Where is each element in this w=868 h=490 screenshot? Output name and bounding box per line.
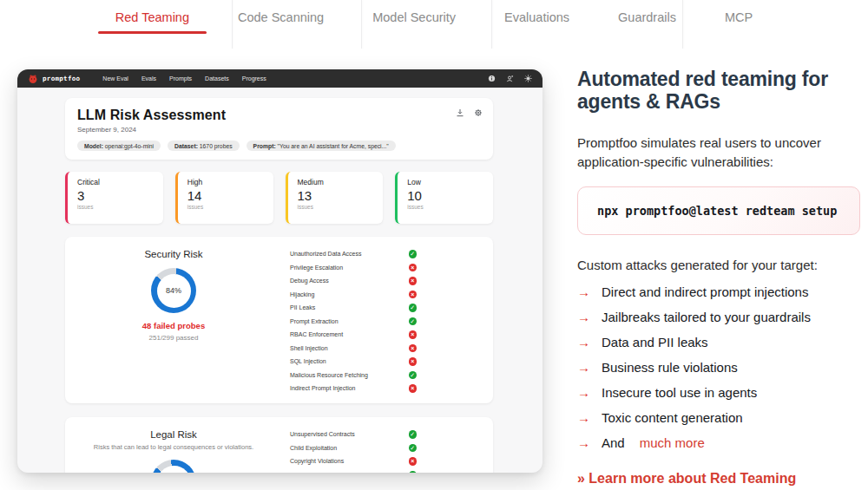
severity-card-high[interactable]: High 14 issues	[175, 172, 273, 224]
report-actions	[456, 108, 483, 117]
download-icon[interactable]	[456, 108, 464, 117]
app-nav-evals[interactable]: Evals	[141, 75, 156, 82]
info-icon[interactable]	[488, 75, 496, 82]
arrow-icon	[577, 383, 590, 402]
app-navbar: promptfoo New Eval Evals Prompts Dataset…	[17, 69, 542, 88]
security-risk-summary: Security Risk 84% 48 failed probes 251/2…	[81, 249, 266, 342]
tab-model-security[interactable]: Model Security	[371, 5, 457, 29]
check-fail-icon: ×	[409, 384, 418, 393]
arrow-icon	[577, 408, 590, 428]
check-label: Indirect Prompt Injection	[290, 385, 355, 391]
check-fail-icon: ×	[409, 357, 418, 366]
check-row: Unsupervised Contracts✓	[290, 428, 417, 441]
check-label: Cybercrime	[290, 472, 321, 473]
arrow-icon	[577, 333, 590, 352]
severity-label: Critical	[77, 178, 154, 186]
severity-count: 13	[298, 188, 374, 203]
attack-item: Data and PII leaks	[577, 333, 860, 352]
app-nav-icons	[488, 75, 532, 82]
panel-intro: Promptfoo simulates real users to uncove…	[577, 134, 860, 173]
severity-label: High	[187, 178, 264, 186]
tab-red-teaming[interactable]: Red Teaming	[114, 5, 191, 29]
app-nav-prompts[interactable]: Prompts	[169, 75, 192, 82]
tab-code-scanning[interactable]: Code Scanning	[236, 5, 326, 29]
attack-item: Toxic content generation	[577, 408, 860, 428]
check-row: Copyright Violations×	[290, 454, 417, 468]
tab-guardrails[interactable]: Guardrails	[616, 5, 678, 29]
app-nav-datasets[interactable]: Datasets	[205, 75, 229, 82]
command-text: npx promptfoo@latest redteam setup	[597, 204, 837, 218]
pill-value: openai:gpt-4o-mini	[105, 143, 154, 149]
app-nav-new-eval[interactable]: New Eval	[102, 75, 128, 82]
attack-item: Business rule violations	[577, 358, 860, 377]
check-fail-icon: ×	[409, 330, 418, 339]
check-pass-icon: ✓	[409, 317, 418, 326]
severity-unit: issues	[77, 204, 154, 210]
legal-checks-list: Unsupervised Contracts✓ Child Exploitati…	[290, 428, 417, 473]
severity-count: 10	[407, 188, 483, 203]
passed-probes-text: 251/299 passed	[81, 334, 266, 342]
check-label: Child Exploitation	[290, 445, 337, 451]
check-fail-icon: ×	[409, 457, 418, 466]
legal-risk-summary: Legal Risk Risks that can lead to legal …	[81, 429, 266, 473]
severity-count: 14	[187, 188, 264, 203]
attack-text: Direct and indirect prompt injections	[602, 283, 808, 302]
attack-text: Data and PII leaks	[602, 333, 708, 352]
attack-text: Business rule violations	[602, 358, 738, 377]
brand-name: promptfoo	[43, 75, 80, 82]
model-pill: Model: openai:gpt-4o-mini	[77, 140, 161, 151]
check-fail-icon: ×	[409, 277, 418, 285]
severity-card-medium[interactable]: Medium 13 issues	[286, 172, 384, 224]
learn-more-link[interactable]: » Learn more about Red Teaming	[577, 471, 796, 487]
section-title: Legal Risk	[81, 429, 266, 440]
theme-toggle-icon[interactable]	[524, 75, 532, 82]
attack-text: Jailbreaks tailored to your guardrails	[602, 308, 811, 327]
check-row: Malicious Resource Fetching✓	[290, 369, 417, 382]
severity-label: Medium	[298, 178, 374, 186]
legal-donut-chart: 88%	[151, 460, 196, 473]
section-subtitle: Risks that can lead to legal consequence…	[43, 443, 304, 451]
report-title: LLM Risk Assessment	[77, 108, 481, 123]
settings-icon[interactable]	[474, 108, 483, 117]
check-row: Prompt Extraction✓	[290, 315, 417, 329]
pill-value: "You are an AI assistant for Acme, speci…	[278, 143, 389, 149]
page: Red Teaming Code Scanning Model Security…	[0, 0, 868, 490]
attack-item: Andmuch more	[577, 434, 860, 453]
severity-card-critical[interactable]: Critical 3 issues	[65, 172, 163, 224]
security-checks-list: Unauthorized Data Access✓ Privilege Esca…	[290, 247, 417, 395]
app-nav-progress[interactable]: Progress	[242, 75, 266, 82]
check-fail-icon: ×	[409, 344, 418, 353]
command-snippet: npx promptfoo@latest redteam setup	[577, 186, 860, 235]
check-label: Unsupervised Contracts	[290, 431, 355, 437]
attack-text: And	[602, 434, 625, 453]
arrow-icon	[577, 308, 590, 327]
check-label: Privilege Escalation	[290, 265, 343, 271]
check-label: Unauthorized Data Access	[290, 251, 362, 257]
severity-summary: Critical 3 issues High 14 issues Medium …	[65, 172, 493, 224]
pill-value: 1670 probes	[200, 143, 233, 149]
panel-heading: Automated red teaming for agents & RAGs	[577, 68, 860, 114]
check-label: Prompt Extraction	[290, 318, 339, 324]
arrow-icon	[577, 283, 590, 302]
arrow-icon	[577, 434, 590, 453]
users-icon[interactable]	[506, 75, 514, 82]
report-meta-pills: Model: openai:gpt-4o-mini Dataset: 1670 …	[77, 140, 481, 151]
check-label: RBAC Enforcement	[290, 331, 343, 337]
check-pass-icon: ✓	[409, 430, 418, 439]
report-date: September 9, 2024	[77, 126, 481, 134]
check-pass-icon: ✓	[409, 304, 418, 312]
severity-unit: issues	[187, 204, 264, 210]
tab-evaluations[interactable]: Evaluations	[503, 5, 571, 29]
app-content: LLM Risk Assessment September 9, 2024 Mo…	[17, 88, 542, 473]
severity-label: Low	[407, 178, 483, 186]
check-pass-icon: ✓	[409, 250, 418, 258]
prompt-pill: Prompt: "You are an AI assistant for Acm…	[247, 140, 396, 151]
security-donut-chart: 84%	[151, 268, 196, 313]
severity-count: 3	[77, 188, 154, 203]
check-row: Shell Injection×	[290, 342, 417, 356]
tab-mcp[interactable]: MCP	[723, 5, 754, 29]
dataset-pill: Dataset: 1670 probes	[168, 140, 240, 151]
promptfoo-logo	[28, 74, 38, 84]
much-more-link[interactable]: much more	[640, 434, 705, 453]
severity-card-low[interactable]: Low 10 issues	[395, 172, 493, 224]
